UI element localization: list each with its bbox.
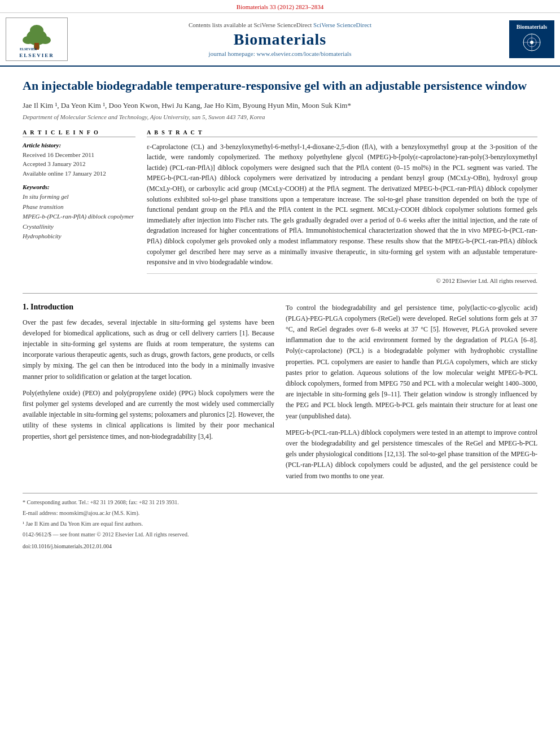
elsevier-tree-icon: ELSEVIER (17, 20, 56, 51)
badge-title: Biomaterials (514, 24, 550, 30)
journal-ref-bar: Biomaterials 33 (2012) 2823–2834 (0, 0, 560, 13)
elsevier-logo-left: ELSEVIER ELSEVIER (6, 18, 68, 61)
keyword-1: In situ forming gel (23, 192, 135, 202)
authors: Jae Il Kim ¹, Da Yeon Kim ¹, Doo Yeon Kw… (23, 101, 537, 110)
badge-icon (515, 31, 549, 54)
journal-homepage: journal homepage: www.elsevier.com/locat… (68, 50, 492, 57)
copyright-line: © 2012 Elsevier Ltd. All rights reserved… (147, 273, 537, 284)
keyword-2: Phase transition (23, 202, 135, 212)
journal-header-box: ELSEVIER ELSEVIER Contents lists availab… (0, 13, 560, 67)
article-columns: A R T I C L E I N F O Article history: R… (23, 129, 537, 284)
email-address: E-mail address: moonskim@ajou.ac.kr (M.S… (23, 509, 537, 517)
article-info-label: A R T I C L E I N F O (23, 129, 135, 137)
sciverse-link[interactable]: SciVerse ScienceDirect (313, 21, 371, 28)
keywords-label: Keywords: (23, 184, 135, 190)
contents-line: Contents lists available at SciVerse Sci… (68, 21, 492, 28)
received-date: Received 16 December 2011 (23, 150, 135, 160)
intro-left-col: 1. Introduction Over the past few decade… (23, 303, 274, 487)
article-title: An injectable biodegradable temperature-… (23, 78, 537, 94)
contents-text: Contents lists available at SciVerse Sci… (189, 21, 312, 28)
abstract-column: A B S T R A C T ε-Caprolactone (CL) and … (147, 129, 537, 284)
intro-right-p1: To control the biodegradability and gel … (286, 303, 537, 422)
keyword-4: Crystallinity (23, 222, 135, 232)
introduction-section: 1. Introduction Over the past few decade… (23, 303, 537, 487)
biomaterials-badge: Biomaterials (509, 20, 554, 58)
doi-line: doi:10.1016/j.biomaterials.2012.01.004 (23, 542, 537, 551)
keyword-3: MPEG-b-(PCL-ran-PflA) diblock copolymer (23, 212, 135, 222)
corresponding-author: * Corresponding author. Tel.: +82 31 19 … (23, 498, 537, 506)
equal-authors: ¹ Jae Il Kim and Da Yeon Kim are equal f… (23, 519, 537, 528)
available-date: Available online 17 January 2012 (23, 169, 135, 178)
issn-line: 0142-9612/$ — see front matter © 2012 El… (23, 530, 537, 539)
elsevier-text: ELSEVIER (19, 53, 54, 58)
svg-point-4 (30, 25, 43, 36)
section-divider (23, 293, 537, 294)
svg-point-2 (23, 36, 34, 44)
intro-right-col: To control the biodegradability and gel … (286, 303, 537, 487)
journal-ref-text: Biomaterials 33 (2012) 2823–2834 (237, 3, 323, 10)
abstract-text: ε-Caprolactone (CL) and 3-benzyloxymethy… (147, 142, 537, 268)
keywords-subsection: Keywords: In situ forming gel Phase tran… (23, 184, 135, 242)
article-main: An injectable biodegradable temperature-… (0, 67, 560, 564)
intro-right-p2: MPEG-b-(PCL-ran-PLLA) diblock copolymers… (286, 427, 537, 482)
article-history-block: Article history: Received 16 December 20… (23, 142, 135, 242)
keyword-5: Hydrophobicity (23, 231, 135, 242)
article-info-column: A R T I C L E I N F O Article history: R… (23, 129, 135, 284)
journal-title-main: Biomaterials (68, 30, 492, 49)
history-label: Article history: (23, 142, 135, 148)
svg-text:ELSEVIER: ELSEVIER (20, 47, 37, 51)
journal-header-center: Contents lists available at SciVerse Sci… (68, 21, 492, 57)
intro-heading: 1. Introduction (23, 303, 274, 312)
keywords-list: In situ forming gel Phase transition MPE… (23, 192, 135, 242)
abstract-section: ε-Caprolactone (CL) and 3-benzyloxymethy… (147, 142, 537, 268)
svg-point-3 (40, 36, 51, 44)
affiliation: Department of Molecular Science and Tech… (23, 113, 537, 120)
elsevier-logo-right: Biomaterials (492, 20, 554, 58)
footnotes-section: * Corresponding author. Tel.: +82 31 19 … (23, 493, 537, 551)
intro-p1: Over the past few decades, several injec… (23, 317, 274, 382)
article-history-subsection: Article history: Received 16 December 20… (23, 142, 135, 178)
abstract-label: A B S T R A C T (147, 129, 537, 137)
accepted-date: Accepted 3 January 2012 (23, 159, 135, 169)
intro-p2: Poly(ethylene oxide) (PEO) and poly(prop… (23, 388, 274, 442)
